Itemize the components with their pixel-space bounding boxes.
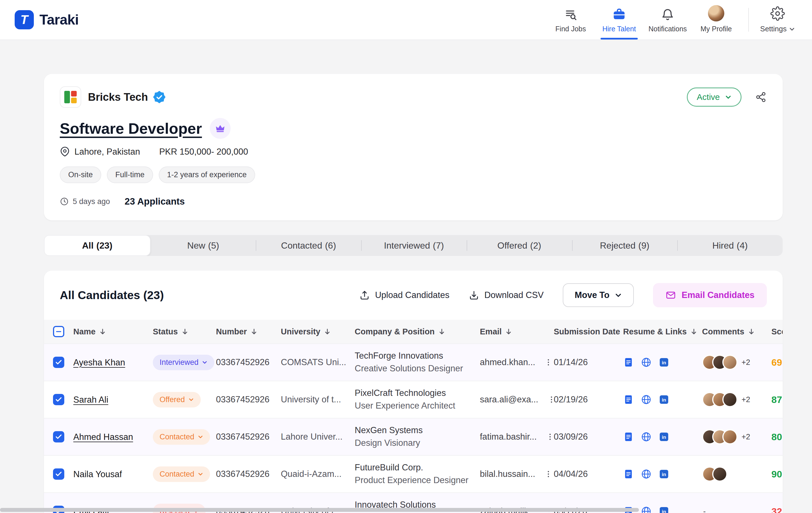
table-row: Ayesha Khan Interviewed 03367452926 COMS… bbox=[44, 344, 783, 381]
column-header-score[interactable]: Score bbox=[772, 327, 783, 336]
tag-worksite: On-site bbox=[60, 166, 101, 183]
candidate-name-link[interactable]: Ayesha Khan bbox=[73, 357, 125, 368]
nav-hire-talent[interactable]: Hire Talent bbox=[595, 0, 643, 39]
column-header-company[interactable]: Company & Position bbox=[355, 327, 480, 336]
brand-logo[interactable]: T Taraki bbox=[14, 10, 79, 29]
status-pill[interactable]: Offered bbox=[153, 392, 201, 407]
job-card: Bricks Tech Active Software Developer bbox=[44, 74, 783, 220]
row-checkbox[interactable] bbox=[53, 431, 64, 442]
website-globe-icon[interactable] bbox=[641, 431, 652, 442]
row-checkbox[interactable] bbox=[53, 468, 64, 480]
share-button[interactable] bbox=[755, 91, 767, 103]
status-pill[interactable]: Contacted bbox=[153, 429, 210, 445]
column-header-links[interactable]: Resume & Links bbox=[623, 327, 702, 336]
comments-cell[interactable]: +2 bbox=[702, 355, 772, 370]
upload-candidates-button[interactable]: Upload Candidates bbox=[359, 290, 450, 300]
tab-offered[interactable]: Offered(2) bbox=[467, 235, 572, 256]
nav-my-profile[interactable]: My Profile bbox=[692, 0, 741, 39]
candidate-name-link[interactable]: Ahmed Hassan bbox=[73, 432, 133, 442]
chevron-down-icon bbox=[198, 471, 203, 477]
column-header-email[interactable]: Email bbox=[480, 327, 554, 336]
nav-label: Find Jobs bbox=[555, 25, 586, 33]
company-logo bbox=[60, 86, 81, 108]
comments-cell[interactable]: +2 bbox=[702, 429, 772, 444]
horizontal-scrollbar[interactable] bbox=[0, 508, 639, 512]
email-candidates-button[interactable]: Email Candidates bbox=[653, 283, 767, 307]
column-header-status[interactable]: Status bbox=[153, 327, 216, 336]
website-globe-icon[interactable] bbox=[641, 506, 652, 513]
linkedin-icon[interactable]: in bbox=[659, 357, 669, 368]
tag-employment-type: Full-time bbox=[107, 166, 153, 183]
tab-contacted[interactable]: Contacted(6) bbox=[256, 235, 361, 256]
tab-rejected[interactable]: Rejected(9) bbox=[572, 235, 677, 256]
email: ahmed.khan... bbox=[480, 357, 535, 368]
comments-cell[interactable]: - bbox=[702, 507, 772, 513]
job-status-dropdown[interactable]: Active bbox=[687, 87, 742, 107]
move-to-button[interactable]: Move To bbox=[563, 283, 634, 307]
select-all-checkbox[interactable] bbox=[53, 326, 64, 337]
comments-cell[interactable]: +2 bbox=[702, 392, 772, 407]
tab-all[interactable]: All(23) bbox=[44, 235, 150, 256]
kebab-menu[interactable] bbox=[546, 433, 554, 441]
tab-hired[interactable]: Hired(4) bbox=[677, 235, 783, 256]
kebab-menu[interactable] bbox=[544, 470, 553, 478]
resume-icon[interactable] bbox=[623, 394, 634, 405]
kebab-menu[interactable] bbox=[547, 395, 554, 404]
nav-notifications[interactable]: Notifications bbox=[643, 0, 692, 39]
job-tags: On-site Full-time 1-2 years of experienc… bbox=[60, 166, 767, 183]
candidate-name-link[interactable]: Sarah Ali bbox=[73, 395, 108, 405]
column-header-number[interactable]: Number bbox=[216, 327, 281, 336]
nav-find-jobs[interactable]: Find Jobs bbox=[546, 0, 595, 39]
nav-divider bbox=[748, 8, 749, 32]
linkedin-icon[interactable]: in bbox=[659, 469, 669, 480]
row-checkbox[interactable] bbox=[53, 357, 64, 368]
resume-icon[interactable] bbox=[623, 469, 634, 480]
linkedin-icon[interactable]: in bbox=[659, 394, 669, 405]
linkedin-icon[interactable]: in bbox=[659, 506, 669, 513]
find-jobs-icon bbox=[564, 7, 577, 22]
job-status-label: Active bbox=[697, 92, 720, 102]
nav-settings[interactable]: Settings bbox=[760, 0, 795, 39]
status-pill[interactable]: Interviewed bbox=[153, 355, 214, 370]
phone-number: 03367452926 bbox=[216, 357, 281, 368]
mail-icon bbox=[665, 290, 676, 300]
download-csv-button[interactable]: Download CSV bbox=[469, 290, 544, 300]
candidate-name-link[interactable]: Naila Yousaf bbox=[73, 469, 122, 479]
website-globe-icon[interactable] bbox=[641, 468, 652, 480]
comments-extra-count: +2 bbox=[742, 395, 750, 404]
university: University of t... bbox=[281, 395, 355, 405]
sort-icon bbox=[505, 328, 512, 335]
sort-icon bbox=[438, 328, 445, 335]
company: NexGen Systems bbox=[355, 424, 480, 437]
status-pill[interactable]: Contacted bbox=[153, 466, 210, 482]
company-name: Bricks Tech bbox=[88, 91, 148, 103]
column-header-university[interactable]: University bbox=[281, 327, 355, 336]
score-value: 69 bbox=[772, 357, 782, 368]
tab-new[interactable]: New(5) bbox=[150, 235, 256, 256]
resume-icon[interactable] bbox=[623, 431, 634, 442]
job-location: Lahore, Pakistan bbox=[75, 147, 140, 157]
kebab-menu[interactable] bbox=[544, 358, 553, 367]
column-header-comments[interactable]: Comments bbox=[702, 327, 772, 336]
website-globe-icon[interactable] bbox=[641, 394, 652, 405]
tab-interviewed[interactable]: Interviewed(7) bbox=[361, 235, 467, 256]
resume-icon[interactable] bbox=[623, 357, 634, 368]
website-globe-icon[interactable] bbox=[641, 357, 652, 368]
comments-cell[interactable] bbox=[702, 466, 772, 482]
tag-experience: 1-2 years of experience bbox=[159, 166, 255, 183]
submission-date: 02/19/26 bbox=[554, 395, 623, 405]
sort-icon bbox=[690, 328, 698, 335]
nav-label: My Profile bbox=[700, 25, 732, 33]
status-tabs: All(23) New(5) Contacted(6) Interviewed(… bbox=[44, 235, 783, 256]
row-checkbox[interactable] bbox=[53, 394, 64, 405]
job-title: Software Developer bbox=[60, 119, 202, 137]
linkedin-icon[interactable]: in bbox=[659, 431, 669, 442]
submission-date: 04/04/26 bbox=[554, 469, 623, 479]
position: Creative Solutions Designer bbox=[355, 362, 480, 375]
phone-number: 03367452926 bbox=[216, 395, 281, 405]
column-header-date[interactable]: Submission Date bbox=[554, 327, 623, 336]
company: TechForge Innovations bbox=[355, 350, 480, 362]
score-value: 90 bbox=[772, 469, 782, 480]
posted-ago: 5 days ago bbox=[73, 197, 110, 206]
column-header-name[interactable]: Name bbox=[73, 327, 153, 336]
